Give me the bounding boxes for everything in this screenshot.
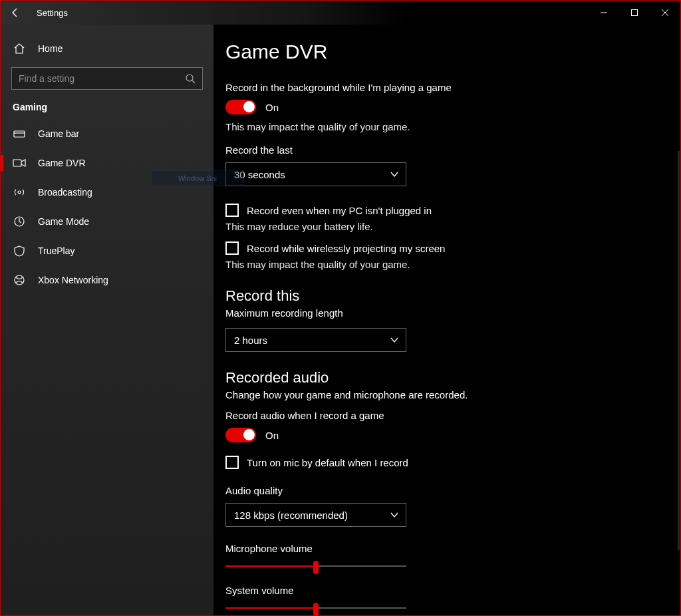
mic-default-checkbox-row[interactable]: Turn on mic by default when I record bbox=[225, 456, 638, 469]
bg-record-label: Record in the background while I'm playi… bbox=[225, 82, 638, 93]
sidebar-section-label: Gaming bbox=[1, 98, 213, 119]
minimize-button[interactable] bbox=[589, 1, 619, 25]
back-button[interactable] bbox=[1, 1, 30, 25]
close-button[interactable] bbox=[650, 1, 680, 25]
page-title: Game DVR bbox=[225, 41, 680, 63]
bg-record-state: On bbox=[265, 102, 279, 113]
gamebar-icon bbox=[13, 127, 26, 140]
sidebar-item-label: TruePlay bbox=[38, 245, 75, 256]
search-icon bbox=[185, 73, 196, 84]
mic-default-checkbox[interactable] bbox=[225, 456, 239, 469]
svg-point-6 bbox=[15, 275, 24, 285]
record-this-sub: Maximum recording length bbox=[225, 307, 638, 319]
projecting-checkbox[interactable] bbox=[225, 241, 239, 255]
record-audio-label: Record audio when I record a game bbox=[225, 410, 638, 421]
unplugged-checkbox-row[interactable]: Record even when my PC isn't plugged in bbox=[225, 204, 638, 217]
system-volume-group: System volume bbox=[225, 585, 406, 615]
record-last-label: Record the last bbox=[225, 144, 638, 156]
mic-volume-label: Microphone volume bbox=[225, 543, 406, 554]
sidebar-item-label: Game DVR bbox=[38, 158, 86, 168]
trueplay-icon bbox=[13, 244, 26, 257]
bg-record-note: This may impact the quality of your game… bbox=[225, 121, 638, 132]
sidebar-item-broadcasting[interactable]: Broadcasting bbox=[1, 178, 213, 207]
system-volume-slider[interactable] bbox=[225, 601, 406, 615]
recorded-audio-heading: Recorded audio bbox=[225, 369, 638, 386]
projecting-label: Record while wirelessly projecting my sc… bbox=[247, 243, 445, 254]
sidebar-item-label: Xbox Networking bbox=[38, 275, 108, 285]
dvr-icon bbox=[13, 156, 26, 170]
maximize-button[interactable] bbox=[619, 1, 650, 25]
svg-rect-3 bbox=[13, 160, 21, 166]
unplugged-note: This may reduce your battery life. bbox=[225, 221, 638, 232]
unplugged-label: Record even when my PC isn't plugged in bbox=[247, 205, 432, 216]
window-title: Settings bbox=[37, 8, 68, 18]
system-volume-label: System volume bbox=[225, 585, 406, 596]
sidebar-item-game-bar[interactable]: Game bar bbox=[1, 119, 213, 148]
svg-rect-0 bbox=[632, 10, 638, 16]
record-audio-toggle[interactable] bbox=[225, 428, 256, 442]
mic-volume-group: Microphone volume bbox=[225, 543, 406, 573]
chevron-down-icon bbox=[390, 510, 399, 520]
audio-quality-select[interactable]: 128 kbps (recommended) bbox=[225, 503, 406, 527]
max-length-select[interactable]: 2 hours bbox=[225, 328, 406, 352]
broadcast-icon bbox=[13, 186, 26, 199]
bg-record-toggle[interactable] bbox=[225, 100, 256, 114]
sidebar-item-game-mode[interactable]: Game Mode bbox=[1, 207, 213, 236]
audio-quality-value: 128 kbps (recommended) bbox=[234, 510, 348, 521]
record-last-select[interactable]: 30 seconds bbox=[225, 162, 406, 186]
svg-point-4 bbox=[18, 191, 21, 194]
projecting-checkbox-row[interactable]: Record while wirelessly projecting my sc… bbox=[225, 241, 638, 255]
sidebar: Home Gaming Game bar Game DVR bbox=[1, 25, 213, 615]
mic-default-label: Turn on mic by default when I record bbox=[247, 457, 408, 468]
home-icon bbox=[13, 42, 26, 55]
mic-volume-slider[interactable] bbox=[225, 559, 406, 573]
sidebar-item-label: Game Mode bbox=[38, 216, 89, 227]
search-input-wrap[interactable] bbox=[11, 67, 203, 90]
audio-quality-label: Audio quality bbox=[225, 485, 638, 496]
sidebar-item-game-dvr[interactable]: Game DVR bbox=[1, 148, 213, 178]
record-last-group: Record the last 30 seconds bbox=[225, 144, 638, 186]
titlebar: Settings bbox=[1, 1, 680, 25]
scrollbar[interactable] bbox=[678, 151, 680, 550]
chevron-down-icon bbox=[390, 170, 399, 179]
settings-window: Settings Home Gaming bbox=[0, 0, 681, 616]
window-body: Home Gaming Game bar Game DVR bbox=[1, 25, 680, 615]
svg-point-1 bbox=[186, 75, 193, 81]
gamemode-icon bbox=[13, 215, 26, 228]
sidebar-item-trueplay[interactable]: TruePlay bbox=[1, 236, 213, 265]
record-this-heading: Record this bbox=[225, 287, 638, 305]
chevron-down-icon bbox=[390, 335, 399, 345]
record-audio-state: On bbox=[265, 430, 279, 441]
window-controls bbox=[589, 1, 680, 25]
svg-rect-2 bbox=[14, 131, 25, 137]
record-last-value: 30 seconds bbox=[234, 169, 285, 180]
max-length-value: 2 hours bbox=[234, 335, 267, 346]
unplugged-checkbox[interactable] bbox=[225, 204, 239, 217]
sidebar-item-label: Broadcasting bbox=[38, 187, 92, 198]
unplugged-group: Record even when my PC isn't plugged in … bbox=[225, 204, 638, 270]
sidebar-item-xbox-networking[interactable]: Xbox Networking bbox=[1, 265, 213, 295]
sidebar-home[interactable]: Home bbox=[1, 34, 213, 63]
record-this-group: Record this Maximum recording length 2 h… bbox=[225, 287, 638, 352]
xbox-icon bbox=[13, 273, 26, 287]
projecting-note: This may impact the quality of your game… bbox=[225, 259, 638, 270]
sidebar-item-label: Game bar bbox=[38, 128, 79, 139]
search-input[interactable] bbox=[19, 73, 185, 84]
main-content: Game DVR Record in the background while … bbox=[213, 25, 680, 615]
recorded-audio-group: Recorded audio Change how your game and … bbox=[225, 369, 638, 615]
recorded-audio-sub: Change how your game and microphone are … bbox=[225, 389, 638, 400]
sidebar-home-label: Home bbox=[38, 43, 63, 54]
background-record-group: Record in the background while I'm playi… bbox=[225, 82, 638, 132]
